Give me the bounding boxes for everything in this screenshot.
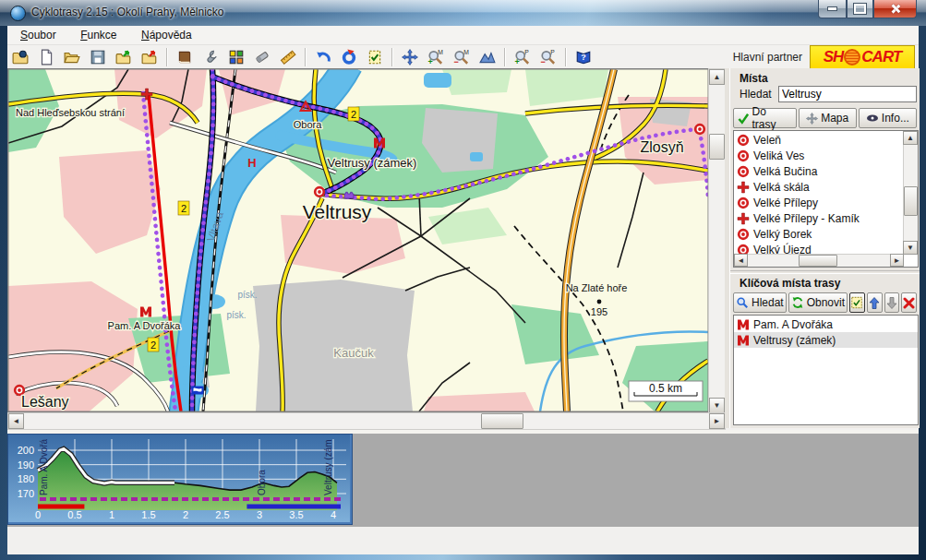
export-folder-button[interactable] <box>138 46 162 68</box>
list-item[interactable]: Velký Borek <box>734 226 904 242</box>
open-folder-icon <box>64 49 80 66</box>
horizontal-scroll-thumb[interactable] <box>481 413 523 429</box>
zoom-in-map-icon: M+ <box>427 49 444 66</box>
scroll-left-button[interactable]: ◄ <box>8 413 24 429</box>
toolbar-separator <box>504 48 506 66</box>
places-list-vscroll[interactable]: ▲ ▼ <box>903 131 918 255</box>
new-document-button[interactable] <box>34 46 58 68</box>
map-horizontal-scrollbar[interactable]: ◄ ► <box>7 412 726 430</box>
list-item[interactable]: Veleň <box>734 132 904 148</box>
scroll-up-button[interactable]: ▲ <box>903 131 918 145</box>
delete-x-icon <box>903 297 915 309</box>
svg-text:190: 190 <box>18 459 34 471</box>
list-item[interactable]: Velká Bučina <box>734 163 904 179</box>
scroll-up-button[interactable]: ▲ <box>709 69 725 85</box>
label-pam-a-dvoraka: Pam. A Dvořáka <box>108 320 182 331</box>
search-label: Hledat <box>740 88 772 101</box>
zoom-out-map-button[interactable]: M− <box>450 46 474 68</box>
list-item[interactable]: Veliká Ves <box>734 148 904 163</box>
info-button[interactable]: Info... <box>859 108 917 128</box>
bottom-panel: 17018019020000.511.522.533.54Pam. A Dvoř… <box>7 430 919 527</box>
help-button[interactable]: ? <box>571 46 595 68</box>
zoom-out-plan-button[interactable]: P− <box>536 46 560 68</box>
list-item-label: Velké Přílepy <box>753 197 818 209</box>
profile-mountains-button[interactable] <box>475 46 499 68</box>
list-item-label: Velká skála <box>753 181 810 194</box>
reload-circle-button[interactable] <box>337 46 361 68</box>
minimize-button[interactable] <box>818 0 847 18</box>
svg-text:−: − <box>454 57 459 66</box>
delete-waypoint-button[interactable] <box>901 292 917 313</box>
close-button[interactable] <box>873 0 917 18</box>
hotel-marker[interactable]: H <box>247 156 256 170</box>
places-list-hscroll[interactable]: ◄ ► <box>734 254 904 267</box>
open-folder-button[interactable] <box>60 46 84 68</box>
show-on-map-button[interactable]: Mapa <box>799 108 857 128</box>
save-button[interactable] <box>86 46 110 68</box>
key-places-search-button[interactable]: Hledat <box>733 292 787 313</box>
map-vertical-scrollbar[interactable]: ▲ ▼ <box>708 68 726 414</box>
label-lesany: Lešany <box>21 394 69 410</box>
list-item[interactable]: Velké Přílepy <box>734 195 904 210</box>
places-list[interactable]: VeleňVeliká VesVelká BučinaVelká skálaVe… <box>733 130 919 268</box>
menu-napoveda[interactable]: Nápověda <box>138 28 196 42</box>
horizontal-scroll-thumb[interactable] <box>799 255 837 267</box>
partner-label: Hlavní partner <box>733 51 810 64</box>
add-to-route-button[interactable]: Do trasy <box>733 108 797 128</box>
list-item-label: Velký Borek <box>753 228 812 241</box>
key-places-list[interactable]: Pam. A DvořákaVeltrusy (zámek) <box>733 315 919 425</box>
legend-grid-button[interactable] <box>224 46 248 68</box>
save-icon <box>90 49 106 66</box>
place-search-input[interactable] <box>778 86 917 102</box>
titlebar[interactable]: Cyklotrasy 2.15 : Okolí Prahy, Mělnicko <box>0 0 926 26</box>
refresh-button[interactable]: Obnovit <box>788 292 848 313</box>
menu-soubor[interactable]: Soubor <box>17 28 60 42</box>
vertical-scroll-thumb[interactable] <box>709 134 725 160</box>
svg-text:2.5: 2.5 <box>215 509 229 520</box>
scroll-down-button[interactable]: ▼ <box>903 241 918 255</box>
tools-wrench-button[interactable] <box>198 46 222 68</box>
zoom-in-plan-button[interactable]: P+ <box>511 46 535 68</box>
list-item[interactable]: Pam. A Dvořáka <box>734 316 918 332</box>
zoom-out-plan-icon: P− <box>540 49 557 66</box>
swimming-flag-icon[interactable] <box>192 387 204 395</box>
place-target-zlosyn[interactable] <box>695 125 704 134</box>
list-item[interactable]: Veltrusy (zámek) <box>734 332 918 348</box>
book-icon <box>176 49 193 66</box>
target-icon <box>737 134 750 147</box>
pan-button[interactable] <box>398 46 422 68</box>
scale-bar: 0.5 km <box>629 381 703 401</box>
refresh-icon <box>791 296 804 309</box>
scroll-right-button[interactable]: ► <box>890 254 904 267</box>
target-icon <box>737 228 750 241</box>
book-button[interactable] <box>173 46 197 68</box>
key-places-panel-title: Klíčová místa trasy <box>740 277 840 290</box>
svg-text:Obora: Obora <box>257 470 267 495</box>
open-map-button[interactable] <box>8 46 32 68</box>
map-viewport[interactable]: H 2 2 2 Nad Hleďsebskou strání Obora <box>7 68 709 412</box>
scroll-down-button[interactable]: ▼ <box>709 398 725 413</box>
maximize-button[interactable] <box>847 0 873 18</box>
import-folder-button[interactable] <box>112 46 136 68</box>
undo-button[interactable] <box>311 46 335 68</box>
panel-divider <box>730 270 920 274</box>
list-item[interactable]: Velká skála <box>734 179 904 195</box>
notes-check-button[interactable] <box>363 46 387 68</box>
scroll-left-button[interactable]: ◄ <box>734 254 748 267</box>
list-item[interactable]: Velké Přílepy - Kamík <box>734 210 904 226</box>
map-canvas[interactable]: H 2 2 2 Nad Hleďsebskou strání Obora <box>8 69 708 411</box>
eraser-button[interactable] <box>250 46 274 68</box>
ruler-button[interactable] <box>276 46 300 68</box>
elevation-profile[interactable]: 17018019020000.511.522.533.54Pam. A Dvoř… <box>7 434 353 525</box>
scroll-right-button[interactable]: ► <box>709 413 725 429</box>
move-up-button[interactable] <box>867 292 883 313</box>
menu-funkce[interactable]: Funkce <box>77 28 120 42</box>
ruler-icon <box>280 49 296 66</box>
place-target-veltrusy[interactable] <box>315 187 324 197</box>
svg-text:3: 3 <box>257 509 262 520</box>
move-down-button[interactable] <box>884 292 900 313</box>
waypoint-visibility-toggle[interactable] <box>849 292 865 313</box>
zoom-in-map-button[interactable]: M+ <box>424 46 448 68</box>
vertical-scroll-thumb[interactable] <box>904 186 918 216</box>
key-places-search-label: Hledat <box>752 296 784 309</box>
